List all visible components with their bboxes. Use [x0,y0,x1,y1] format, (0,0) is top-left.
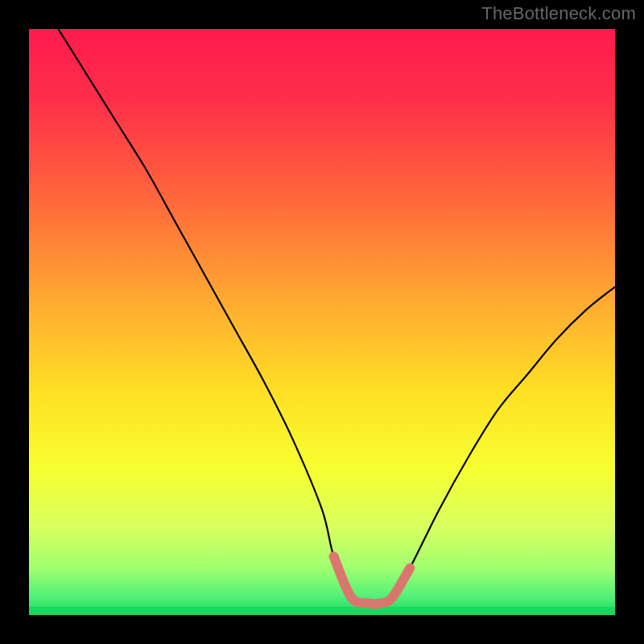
bottleneck-curve [58,29,615,604]
watermark-text: TheBottleneck.com [481,3,636,24]
chart-frame: TheBottleneck.com [0,0,644,644]
plot-area [29,29,615,615]
curve-layer [29,29,615,615]
optimal-highlight [334,556,411,604]
